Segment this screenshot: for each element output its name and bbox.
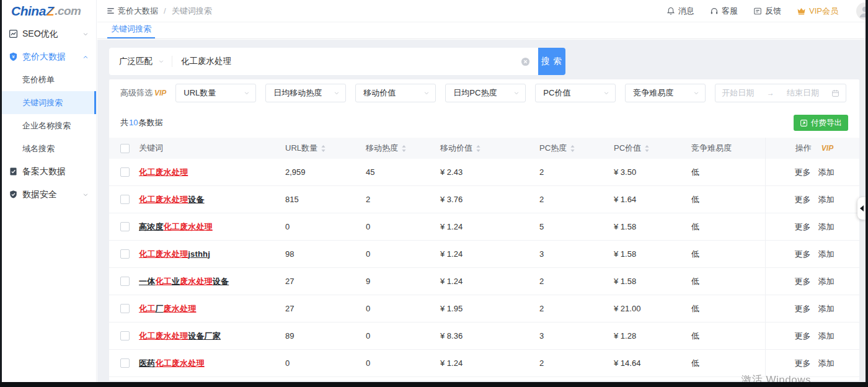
- column-header-移动热度[interactable]: 移动热度: [362, 138, 436, 159]
- sidebar-item-关键词搜索[interactable]: 关键词搜索: [2, 91, 96, 114]
- action-更多[interactable]: 更多: [795, 194, 811, 205]
- pc-value-cell: ¥ 1.58: [610, 268, 688, 295]
- row-checkbox-cell: [109, 322, 135, 349]
- filter-select-label: 移动价值: [363, 87, 396, 99]
- sort-icon: [321, 145, 326, 153]
- action-更多[interactable]: 更多: [795, 249, 811, 260]
- keyword-link[interactable]: 化工废水处理: [139, 167, 188, 178]
- url-count-cell: 27: [281, 268, 362, 295]
- column-header-移动价值[interactable]: 移动价值: [436, 138, 536, 159]
- sidebar-item-竞价大数据[interactable]: ¥竞价大数据: [2, 45, 96, 68]
- topbar-action-label: VIP会员: [809, 6, 838, 17]
- keyword-text: 设备: [213, 277, 229, 286]
- action-添加[interactable]: 添加: [818, 358, 835, 369]
- paid-export-button[interactable]: 付费导出: [794, 115, 848, 131]
- pc-value-cell: ¥ 1.58: [610, 213, 688, 240]
- action-更多[interactable]: 更多: [795, 303, 811, 314]
- sort-icon: [644, 145, 650, 153]
- row-checkbox[interactable]: [120, 331, 130, 340]
- keyword-search-input[interactable]: [172, 48, 521, 75]
- row-checkbox[interactable]: [120, 277, 130, 286]
- keyword-link[interactable]: 化工废水处理jsthhj: [139, 249, 210, 260]
- pc-value-value: ¥ 1.58: [614, 249, 636, 259]
- difficulty-cell: 低: [688, 159, 765, 185]
- breadcrumb-item-parent[interactable]: 竞价大数据: [118, 6, 158, 17]
- keyword-link[interactable]: 化工废水处理设备: [139, 194, 205, 205]
- column-header-PC热度[interactable]: PC热度: [536, 138, 610, 159]
- row-checkbox-cell: [109, 186, 135, 213]
- actions-cell: 更多添加: [765, 159, 859, 185]
- row-checkbox[interactable]: [120, 195, 130, 204]
- keyword-link[interactable]: 医药化工废水处理: [139, 358, 205, 369]
- sidebar-item-域名搜索[interactable]: 域名搜索: [2, 137, 96, 160]
- select-all-checkbox[interactable]: [120, 144, 130, 153]
- actions-cell: 更多添加: [765, 241, 859, 267]
- mobile-value-cell: ¥ 1.24: [436, 268, 536, 295]
- keyword-highlight: 化工废水处理: [164, 222, 213, 231]
- chevron-down-icon: [82, 31, 89, 37]
- search-button[interactable]: 搜 索: [538, 48, 565, 75]
- date-range-picker[interactable]: 开始日期 → 结束日期: [715, 84, 846, 102]
- action-更多[interactable]: 更多: [795, 221, 811, 233]
- filter-select-移动价值[interactable]: 移动价值: [355, 84, 436, 102]
- action-添加[interactable]: 添加: [818, 276, 835, 287]
- sidebar-item-企业名称搜索[interactable]: 企业名称搜索: [2, 114, 96, 137]
- feedback-icon: [753, 7, 762, 16]
- sidebar-item-label: 域名搜索: [22, 143, 55, 154]
- pc-value-value: ¥ 3.50: [614, 167, 636, 177]
- mobile-heat-cell: 2: [362, 186, 436, 213]
- filter-select-URL数量[interactable]: URL数量: [175, 84, 256, 102]
- export-icon: [800, 119, 808, 127]
- panel-collapse-handle[interactable]: [857, 197, 866, 220]
- action-更多[interactable]: 更多: [795, 276, 811, 287]
- sidebar-item-SEO优化[interactable]: SEO优化: [2, 22, 96, 45]
- action-更多[interactable]: 更多: [795, 331, 811, 342]
- match-type-select[interactable]: 广泛匹配: [109, 56, 172, 67]
- column-header-PC价值[interactable]: PC价值: [610, 138, 688, 159]
- filter-select-日均PC热度[interactable]: 日均PC热度: [445, 84, 526, 102]
- row-checkbox[interactable]: [120, 167, 130, 177]
- row-checkbox-cell: [109, 159, 135, 185]
- keyword-link[interactable]: 化工废水处理设备厂家: [139, 331, 221, 342]
- difficulty-value: 低: [691, 358, 699, 369]
- keyword-link[interactable]: 高浓度化工废水处理: [139, 221, 213, 233]
- mobile-heat-value: 0: [366, 304, 370, 313]
- action-添加[interactable]: 添加: [818, 221, 835, 233]
- bell-icon: [666, 7, 675, 16]
- sidebar-collapse-icon[interactable]: [106, 6, 115, 16]
- topbar: 竞价大数据 / 关键词搜索 消息客服反馈VIP会员: [97, 0, 866, 22]
- action-更多[interactable]: 更多: [795, 167, 811, 178]
- tab-keyword-search[interactable]: 关键词搜索: [107, 22, 155, 38]
- filter-select-日均移动热度[interactable]: 日均移动热度: [265, 84, 346, 102]
- action-添加[interactable]: 添加: [818, 194, 835, 205]
- row-checkbox[interactable]: [120, 222, 130, 231]
- row-checkbox[interactable]: [120, 358, 130, 368]
- keyword-link[interactable]: 化工厂废水处理: [139, 303, 196, 314]
- filter-select-竞争难易度[interactable]: 竞争难易度: [625, 84, 706, 102]
- shield-icon: [9, 190, 18, 199]
- action-添加[interactable]: 添加: [818, 303, 835, 314]
- action-添加[interactable]: 添加: [818, 167, 835, 178]
- action-添加[interactable]: 添加: [818, 331, 835, 342]
- column-header-URL数量[interactable]: URL数量: [281, 138, 362, 159]
- chinaz-logo[interactable]: ChinaZ.com: [2, 0, 96, 22]
- action-更多[interactable]: 更多: [795, 358, 811, 369]
- sidebar-item-label: 企业名称搜索: [22, 120, 71, 131]
- keyword-text: 厂: [155, 304, 163, 313]
- action-添加[interactable]: 添加: [818, 249, 835, 260]
- clear-input-icon[interactable]: [521, 57, 530, 66]
- sidebar-item-备案大数据[interactable]: 备案大数据: [2, 160, 96, 183]
- topbar-action-support[interactable]: 客服: [710, 6, 738, 17]
- keyword-link[interactable]: 一体化工业废水处理设备: [139, 276, 229, 287]
- topbar-action-vip[interactable]: VIP会员: [797, 6, 838, 17]
- sidebar-item-数据安全[interactable]: 数据安全: [2, 183, 96, 206]
- content-area: 广泛匹配 搜 索 高级筛选 VIP URL数量日均移动热度移动价值日均PC热度P…: [97, 40, 866, 382]
- topbar-action-messages[interactable]: 消息: [666, 6, 694, 17]
- logo-text-z: Z: [46, 4, 55, 19]
- filter-select-PC价值[interactable]: PC价值: [535, 84, 616, 102]
- pc-value-cell: ¥ 3.50: [610, 159, 688, 185]
- row-checkbox[interactable]: [120, 249, 130, 259]
- topbar-action-feedback[interactable]: 反馈: [753, 6, 781, 17]
- sidebar-item-竞价榜单[interactable]: 竞价榜单: [2, 68, 96, 91]
- row-checkbox[interactable]: [120, 304, 130, 313]
